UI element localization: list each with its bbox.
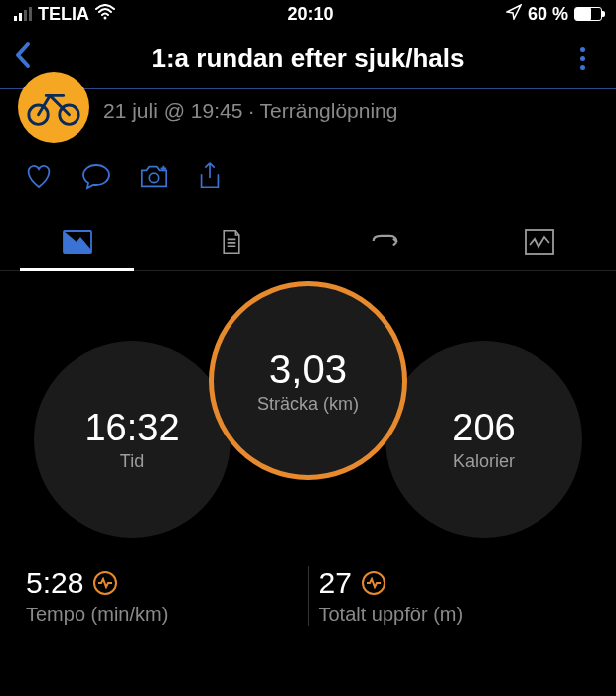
battery-pct: 60 %: [528, 4, 568, 25]
activity-header: 21 juli @ 19:45 · Terränglöpning: [0, 89, 616, 161]
share-button[interactable]: [197, 161, 223, 195]
distance-label: Sträcka (km): [257, 394, 359, 415]
svg-point-3: [149, 173, 158, 182]
svg-point-0: [104, 17, 107, 20]
more-button[interactable]: [562, 47, 602, 70]
bottom-stats: 5:28 Tempo (min/km) 27 Totalt uppför (m): [0, 550, 616, 626]
time-label: Tid: [120, 451, 144, 472]
wifi-icon: [95, 4, 115, 24]
calories-label: Kalorier: [453, 451, 515, 472]
tab-bar: [0, 213, 616, 271]
summary-rings: 16:32 Tid 206 Kalorier 3,03 Sträcka (km): [0, 281, 616, 550]
ring-calories[interactable]: 206 Kalorier: [385, 341, 582, 538]
pulse-icon: [362, 571, 385, 595]
distance-value: 3,03: [269, 347, 347, 392]
status-bar: TELIA 20:10 60 %: [0, 0, 616, 28]
ring-time[interactable]: 16:32 Tid: [34, 341, 231, 538]
activity-subtitle: 21 juli @ 19:45 · Terränglöpning: [103, 99, 397, 123]
stat-elevation[interactable]: 27 Totalt uppför (m): [319, 566, 591, 626]
tab-charts[interactable]: [462, 213, 616, 270]
ring-distance[interactable]: 3,03 Sträcka (km): [209, 281, 407, 480]
location-icon: [506, 4, 522, 24]
page-title: 1:a rundan efter sjuk/hals: [54, 43, 562, 74]
photo-button[interactable]: [139, 161, 169, 195]
like-button[interactable]: [24, 161, 54, 195]
comment-button[interactable]: [81, 161, 111, 195]
avatar[interactable]: [18, 72, 89, 143]
elev-label: Totalt uppför (m): [319, 604, 591, 626]
clock: 20:10: [287, 4, 333, 25]
pace-label: Tempo (min/km): [26, 604, 298, 626]
stat-pace[interactable]: 5:28 Tempo (min/km): [26, 566, 298, 626]
tab-overview[interactable]: [0, 213, 154, 270]
stat-divider: [308, 566, 309, 626]
tab-details[interactable]: [154, 213, 308, 270]
calories-value: 206: [452, 407, 515, 449]
time-value: 16:32: [84, 407, 179, 449]
battery-icon: [574, 7, 602, 21]
action-bar: [0, 161, 616, 213]
signal-icon: [14, 7, 32, 21]
pace-value: 5:28: [26, 566, 83, 600]
carrier-label: TELIA: [38, 4, 89, 25]
pulse-icon: [93, 571, 117, 595]
nav-header: 1:a rundan efter sjuk/hals: [0, 28, 616, 89]
elev-value: 27: [319, 566, 352, 600]
tab-laps[interactable]: [308, 213, 462, 270]
